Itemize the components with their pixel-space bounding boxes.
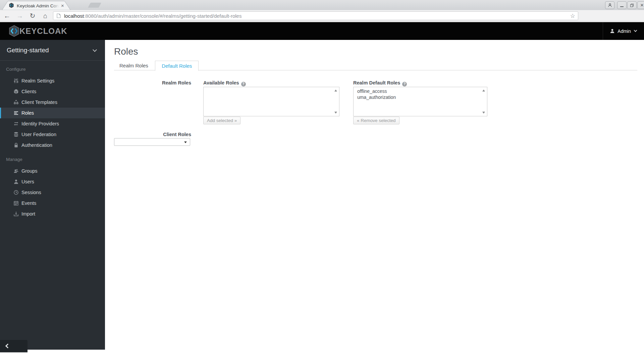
realm-chevron-down-icon: [93, 48, 97, 52]
lock-icon: [13, 142, 19, 148]
scroll-up-icon[interactable]: [334, 90, 337, 92]
remove-selected-button[interactable]: « Remove selected: [353, 117, 399, 124]
tab-realm-roles[interactable]: Realm Roles: [114, 61, 154, 70]
scroll-up-icon[interactable]: [482, 90, 485, 92]
available-roles-listbox[interactable]: [203, 87, 339, 116]
realm-selector[interactable]: Getting-started: [0, 40, 105, 61]
client-roles-label: Client Roles: [114, 132, 191, 137]
list-icon: [13, 110, 19, 116]
import-icon: [13, 211, 19, 217]
client-roles-select[interactable]: [114, 138, 190, 146]
user-menu[interactable]: Admin: [610, 22, 637, 40]
sidebar-item-label: Identity Providers: [21, 121, 59, 126]
help-icon[interactable]: ?: [402, 82, 407, 86]
back-button[interactable]: ←: [2, 11, 12, 21]
home-icon: ⌂: [43, 12, 47, 20]
sidebar-collapse-button[interactable]: [0, 340, 28, 352]
sidebar-item-label: Authentication: [21, 142, 52, 148]
sidebar-item-label: User Federation: [21, 132, 56, 137]
sidebar-item-label: Clients: [21, 89, 36, 94]
browser-tabstrip: Keycloak Admin Con × ✕: [0, 0, 644, 10]
sidebar-item-groups[interactable]: Groups: [0, 166, 105, 176]
sidebar-item-authentication[interactable]: Authentication: [0, 140, 105, 151]
realm-name: Getting-started: [7, 47, 49, 54]
cubes-icon: [13, 100, 19, 105]
scroll-down-icon[interactable]: [482, 112, 485, 114]
browser-toolbar: ← → ↻ ⌂ localhost:8080/auth/admin/master…: [0, 10, 644, 21]
browser-tab[interactable]: Keycloak Admin Con ×: [9, 2, 68, 9]
sidebar-item-client-templates[interactable]: Client Templates: [0, 97, 105, 108]
new-tab-button[interactable]: [88, 3, 101, 8]
page-document-icon: [57, 13, 61, 18]
screen: Keycloak Admin Con × ✕: [0, 0, 644, 353]
keycloak-header: KEYCLOAK Admin: [0, 22, 644, 40]
manage-section-label: Manage: [0, 151, 105, 166]
sidebar-item-users[interactable]: Users: [0, 176, 105, 187]
cube-icon: [13, 89, 19, 94]
sidebar-item-label: Users: [21, 179, 34, 184]
home-button[interactable]: ⌂: [40, 11, 50, 21]
sidebar-item-roles[interactable]: Roles: [0, 108, 105, 118]
sidebar-item-label: Sessions: [21, 190, 41, 195]
sidebar-item-label: Import: [21, 211, 35, 217]
sliders-icon: [13, 78, 19, 83]
clock-icon: [13, 190, 19, 195]
reload-icon: ↻: [30, 12, 36, 20]
list-item[interactable]: uma_authorization: [354, 95, 487, 101]
url-text: localhost:8080/auth/admin/master/console…: [64, 13, 241, 19]
sidebar-item-label: Roles: [21, 110, 34, 116]
sidebar-item-sessions[interactable]: Sessions: [0, 187, 105, 198]
sidebar-item-label: Groups: [21, 168, 38, 174]
chevron-down-icon: [634, 29, 637, 32]
minimize-icon: [620, 6, 624, 7]
brand-text: KEYCLOAK: [19, 26, 67, 36]
sidebar-item-label: Events: [21, 200, 36, 206]
url-bar[interactable]: localhost:8080/auth/admin/master/console…: [53, 11, 578, 20]
sidebar-item-realm-settings[interactable]: Realm Settings: [0, 75, 105, 86]
forward-button[interactable]: →: [15, 11, 25, 21]
scroll-down-icon[interactable]: [334, 112, 337, 114]
user-icon: [13, 179, 19, 184]
maximize-icon: [630, 3, 634, 7]
tab-default-roles[interactable]: Default Roles: [155, 61, 199, 71]
add-selected-button[interactable]: Add selected »: [203, 117, 240, 124]
sidebar-item-user-federation[interactable]: User Federation: [0, 129, 105, 140]
minimize-button[interactable]: [617, 1, 627, 9]
user-icon: [610, 28, 615, 34]
list-item[interactable]: offline_access: [354, 89, 487, 95]
window-close-icon: ✕: [640, 3, 644, 8]
sidebar-item-clients[interactable]: Clients: [0, 86, 105, 97]
sidebar-item-import[interactable]: Import: [0, 209, 105, 219]
main-content: Roles Realm Roles Default Roles Realm Ro…: [105, 40, 644, 350]
chevron-left-icon: [5, 344, 10, 348]
back-icon: ←: [4, 12, 10, 20]
profile-icon: [608, 3, 612, 7]
sidebar-item-label: Client Templates: [21, 100, 57, 105]
calendar-icon: [13, 200, 19, 206]
window-close-button[interactable]: ✕: [637, 1, 644, 9]
reload-button[interactable]: ↻: [28, 11, 38, 21]
available-roles-label: Available Roles?: [203, 80, 246, 86]
keycloak-logo[interactable]: KEYCLOAK: [7, 25, 67, 38]
tab-close-icon[interactable]: ×: [61, 3, 64, 8]
keycloak-favicon-icon: [9, 3, 14, 8]
profile-button[interactable]: [605, 1, 614, 9]
header-divider: [603, 22, 603, 40]
exchange-arrows-icon: [13, 121, 19, 126]
roles-tabs: Realm Roles Default Roles: [114, 61, 637, 70]
database-icon: [13, 132, 19, 137]
sidebar-item-identity-providers[interactable]: Identity Providers: [0, 118, 105, 129]
tab-title: Keycloak Admin Con: [17, 3, 59, 8]
sidebar-item-label: Realm Settings: [21, 78, 54, 83]
sidebar: Getting-started Configure Realm Settings…: [0, 40, 105, 350]
forward-icon: →: [16, 12, 23, 20]
help-icon[interactable]: ?: [241, 82, 246, 86]
url-path: :8080/auth/admin/master/console/#/realms…: [84, 13, 241, 19]
realm-default-roles-listbox[interactable]: offline_access uma_authorization: [353, 87, 487, 116]
bookmark-star-icon[interactable]: ☆: [570, 12, 575, 19]
maximize-button[interactable]: [627, 1, 637, 9]
url-host: localhost: [64, 13, 84, 19]
group-icon: [13, 168, 19, 174]
configure-section-label: Configure: [0, 61, 105, 75]
sidebar-item-events[interactable]: Events: [0, 198, 105, 209]
